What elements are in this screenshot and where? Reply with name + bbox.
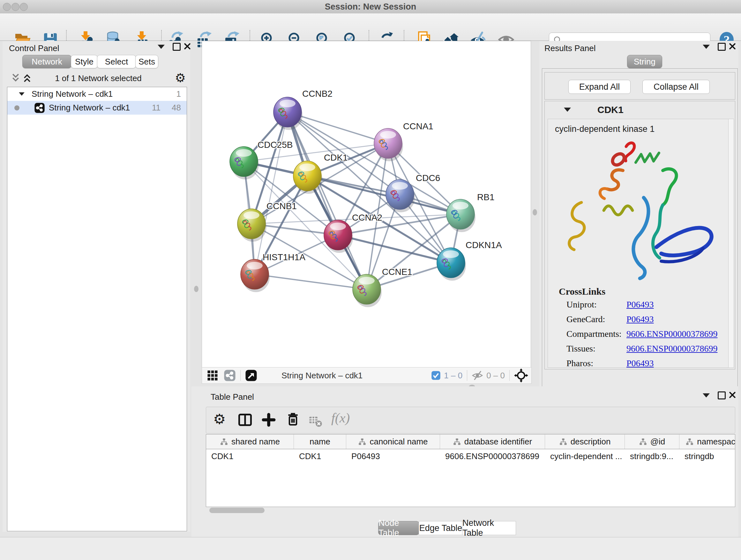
results-scrollbar[interactable] [728,119,734,368]
control-panel: Control Panel Network Style Select Sets … [3,41,190,532]
network-node-CCNE1[interactable]: CCNE1 [353,267,412,307]
tab-edge-table[interactable]: Edge Table [419,521,463,535]
node-label: RB1 [477,192,494,202]
birds-eye-view-icon[interactable] [245,369,257,381]
protein-name: CDK1 [597,105,623,115]
crosslink-value-link[interactable]: 9606.ENSP00000378699 [626,329,718,339]
table-cell[interactable]: stringdb:9... [625,451,679,461]
network-row[interactable]: String Network – cdk1 11 48 [7,101,187,115]
main-toolbar: ? [0,13,741,41]
crosslink-value-link[interactable]: P06493 [626,358,654,368]
network-edge[interactable] [255,112,287,274]
protein-structure-image [548,138,720,282]
window-title: Session: New Session [0,2,741,12]
tab-select[interactable]: Select [97,55,136,68]
table-cell[interactable]: 9606.ENSP00000378699 [440,451,545,461]
node-table: shared namenamecanonical namedatabase id… [206,434,735,507]
column-header--id[interactable]: @id [625,435,679,449]
tab-node-table[interactable]: Node Table [378,521,419,535]
network-options-gear-icon[interactable]: ⚙ [175,71,186,85]
column-header-namespace[interactable]: namespace [679,435,735,449]
panel-close-icon[interactable] [729,391,736,398]
panel-close-icon[interactable] [729,43,736,50]
tab-string[interactable]: String [627,55,662,68]
node-label: CCNE1 [382,267,412,277]
table-delete-icon[interactable] [308,414,322,428]
node-label: CCNB2 [302,89,333,99]
string-network-graph[interactable]: CCNB2CCNA1CDC25BCDK1CDC6RB1CCNB1CCNA2CDK… [202,41,531,368]
crosslinks-list: Uniprot: P06493GeneCard: P06493Compartme… [548,297,729,368]
hidden-eye-slash-icon[interactable] [472,371,483,380]
panel-close-icon[interactable] [184,43,191,50]
column-header-canonical-name[interactable]: canonical name [346,435,440,449]
results-panel-title: Results Panel [544,44,596,53]
selected-count: 1 – 0 [444,371,462,381]
tree-column-icon [453,438,461,446]
collapse-all-button[interactable]: Collapse All [643,80,710,94]
table-delete-row-icon[interactable] [285,412,300,427]
panel-collapse-icon[interactable] [703,393,710,397]
status-separator [467,370,467,381]
crosslink-value-link[interactable]: P06493 [626,314,654,324]
panel-collapse-icon[interactable] [158,45,165,49]
network-status-bar: String Network – cdk1 1 – 0 0 – 0 [202,367,532,384]
crosslink-value-link[interactable]: 9606.ENSP00000378699 [626,344,718,354]
column-header-database-identifier[interactable]: database identifier [440,435,545,449]
table-cell[interactable]: CDK1 [206,451,294,461]
table-cell[interactable]: CDK1 [294,451,346,461]
table-row[interactable]: CDK1CDK1P064939606.ENSP00000378699cyclin… [206,449,735,463]
protein-collapse-icon[interactable] [564,108,571,112]
collection-count: 1 [177,89,181,99]
node-label: CDC25B [258,140,293,150]
collection-expand-icon[interactable] [19,92,24,96]
expand-all-icon[interactable] [22,73,32,83]
grid-view-icon[interactable] [207,370,218,381]
table-settings-gear-icon[interactable]: ⚙ [213,411,226,427]
network-collection-row[interactable]: String Network – cdk1 1 [7,87,187,101]
tree-column-icon [220,438,228,446]
panel-float-icon[interactable] [718,391,726,399]
table-cell[interactable]: cyclin-dependent ... [545,451,625,461]
tab-style[interactable]: Style [71,55,98,68]
node-label: CDKN1A [466,240,502,250]
table-cell[interactable]: stringdb [679,451,735,461]
table-toolbar: ⚙ f(x) [206,407,735,434]
network-node-RB1[interactable]: RB1 [447,192,494,232]
panel-float-icon[interactable] [173,43,181,51]
network-node-HIST1H1A[interactable]: HIST1H1A [241,252,306,292]
network-edge[interactable] [255,274,367,289]
selected-checkbox-icon[interactable] [431,371,441,380]
network-selection-status: 1 of 1 Network selected [31,73,165,83]
network-edge[interactable] [287,112,367,289]
function-builder-icon[interactable]: f(x) [331,410,350,426]
status-bar: Memory [0,537,741,560]
network-canvas[interactable]: CCNB2CCNA1CDC25BCDK1CDC6RB1CCNB1CCNA2CDK… [202,41,531,368]
left-splitter-handle[interactable] [194,286,199,292]
network-list: String Network – cdk1 1 String Network –… [7,87,187,531]
panel-collapse-icon[interactable] [703,45,710,49]
tab-sets[interactable]: Sets [135,55,158,68]
crosslink-value-link[interactable]: P06493 [626,300,654,310]
network-share-icon[interactable] [224,369,236,381]
horizontal-scrollbar[interactable] [209,508,265,513]
network-type-icon [34,103,45,113]
right-splitter-handle[interactable] [533,209,537,215]
expand-all-button[interactable]: Expand All [568,80,630,94]
collapse-all-icon[interactable] [11,73,20,83]
network-edge[interactable] [287,112,388,143]
network-node-CCNA1[interactable]: CCNA1 [374,121,433,161]
panel-float-icon[interactable] [718,43,726,51]
table-add-icon[interactable] [261,412,276,428]
pan-crosshair-icon[interactable] [514,368,528,382]
network-status-dot [14,105,19,111]
network-node-CCNB1[interactable]: CCNB1 [238,201,297,242]
table-columns-icon[interactable] [238,412,253,428]
network-node-CDKN1A[interactable]: CDKN1A [437,240,502,281]
column-header-name[interactable]: name [294,435,346,449]
crosslink-row: GeneCard: P06493 [548,312,729,326]
tab-network-table[interactable]: Network Table [462,521,516,535]
column-header-description[interactable]: description [545,435,625,449]
column-header-shared-name[interactable]: shared name [206,435,294,449]
table-cell[interactable]: P06493 [346,451,440,461]
tab-network[interactable]: Network [22,55,71,68]
